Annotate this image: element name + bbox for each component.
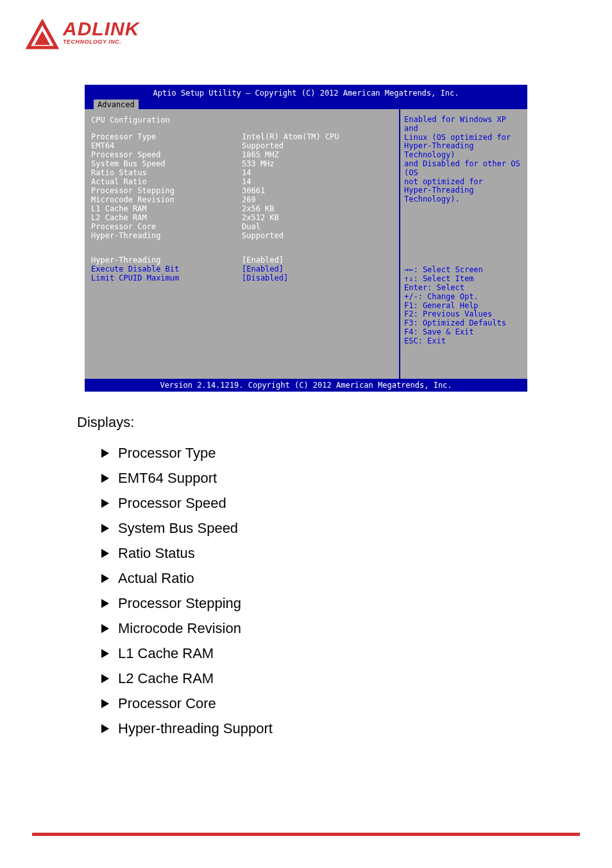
bios-help-line: not optimized for xyxy=(404,178,523,187)
list-item: L2 Cache RAM xyxy=(101,670,586,687)
bios-info-row: Actual Ratio14 xyxy=(91,177,394,186)
bios-info-row: Processor CoreDual xyxy=(91,222,394,231)
triangle-bullet-icon xyxy=(101,524,109,533)
list-item: L1 Cache RAM xyxy=(101,645,586,662)
bios-footer: Version 2.14.1219. Copyright (C) 2012 Am… xyxy=(85,379,527,392)
bios-hint-line: ↑↓: Select Item xyxy=(404,275,523,284)
bios-info-row: Processor Stepping30661 xyxy=(91,186,394,195)
list-item-text: Processor Speed xyxy=(118,495,226,512)
triangle-bullet-icon xyxy=(101,599,109,608)
bios-info-row: Microcode Revision269 xyxy=(91,195,394,204)
triangle-bullet-icon xyxy=(101,674,109,683)
triangle-bullet-icon xyxy=(101,724,109,733)
bios-info-row: System Bus Speed533 MHz xyxy=(91,159,394,168)
list-item: Processor Stepping xyxy=(101,595,586,612)
triangle-bullet-icon xyxy=(101,449,109,458)
bios-info-value: 1865 MHZ xyxy=(242,150,279,159)
triangle-bullet-icon xyxy=(101,574,109,583)
bios-help-line: Hyper-Threading Technology). xyxy=(404,186,523,204)
displays-list: Processor TypeEMT64 SupportProcessor Spe… xyxy=(101,445,586,737)
bios-hint-line: F2: Previous Values xyxy=(404,310,523,319)
bios-left-pane: CPU Configuration Processor TypeIntel(R)… xyxy=(85,109,399,379)
bios-info-row: Processor Speed1865 MHZ xyxy=(91,150,394,159)
bios-info-value: 14 xyxy=(242,177,251,186)
bios-info-value: 30661 xyxy=(242,186,265,195)
list-item-text: L1 Cache RAM xyxy=(118,645,214,662)
bios-option-row: Hyper-Threading[Enabled] xyxy=(91,256,394,265)
logo-mark-icon xyxy=(26,19,59,53)
bios-info-value: Dual xyxy=(242,222,260,231)
bios-info-label: L1 Cache RAM xyxy=(91,204,242,213)
logo-text-sub: TECHNOLOGY INC. xyxy=(63,39,139,45)
bios-help-line: Hyper-Threading Technology) xyxy=(404,142,523,160)
list-item-text: Processor Type xyxy=(118,445,216,462)
logo-text-main: ADLINK xyxy=(63,19,139,39)
bios-key-hints: →←: Select Screen↑↓: Select ItemEnter: S… xyxy=(404,266,523,372)
bios-info-label: Microcode Revision xyxy=(91,195,242,204)
list-item: Hyper-threading Support xyxy=(101,720,586,737)
bios-option-label: Execute Disable Bit xyxy=(91,265,242,273)
list-item: Actual Ratio xyxy=(101,570,586,587)
bios-info-value: 2x56 KB xyxy=(242,204,275,213)
bios-hint-line: F4: Save & Exit xyxy=(404,328,523,337)
bios-screenshot: Aptio Setup Utility – Copyright (C) 2012… xyxy=(85,85,527,392)
footer-divider xyxy=(32,833,580,836)
list-item-text: Hyper-threading Support xyxy=(118,720,273,737)
bios-info-row: L1 Cache RAM2x56 KB xyxy=(91,204,394,213)
bios-info-label: System Bus Speed xyxy=(91,159,242,168)
bios-info-value: 2x512 KB xyxy=(242,213,279,222)
bios-info-value: 269 xyxy=(242,195,256,204)
list-item-text: L2 Cache RAM xyxy=(118,670,214,687)
bios-option-value: [Disabled] xyxy=(242,273,288,282)
bios-hint-line: F3: Optimized Defaults xyxy=(404,319,523,328)
bios-hint-line: +/-: Change Opt. xyxy=(404,293,523,302)
list-item-text: Ratio Status xyxy=(118,545,195,562)
bios-info-label: Actual Ratio xyxy=(91,177,242,186)
bios-info-label: Ratio Status xyxy=(91,168,242,177)
list-item-text: Actual Ratio xyxy=(118,570,194,587)
bios-right-pane: Enabled for Windows XP andLinux (OS opti… xyxy=(399,109,527,379)
bios-info-label: Processor Type xyxy=(91,132,242,141)
bios-hint-line: F1: General Help xyxy=(404,302,523,311)
bios-option-value: [Enabled] xyxy=(242,265,284,273)
bios-info-value: 14 xyxy=(242,168,251,177)
bios-info-value: Intel(R) Atom(TM) CPU xyxy=(242,132,339,141)
bios-info-row: Processor TypeIntel(R) Atom(TM) CPU xyxy=(91,132,394,141)
list-item-text: System Bus Speed xyxy=(118,520,238,537)
bios-info-value: 533 MHz xyxy=(242,159,275,168)
list-item-text: EMT64 Support xyxy=(118,470,217,487)
list-item-text: Microcode Revision xyxy=(118,620,241,637)
bios-tab-advanced: Advanced xyxy=(94,100,139,109)
bios-info-row: Ratio Status14 xyxy=(91,168,394,177)
triangle-bullet-icon xyxy=(101,624,109,633)
bios-info-label: Processor Stepping xyxy=(91,186,242,195)
bios-info-label: Processor Core xyxy=(91,222,242,231)
bios-help-line: Linux (OS optimized for xyxy=(404,134,523,143)
triangle-bullet-icon xyxy=(101,499,109,508)
bios-option-value: [Enabled] xyxy=(242,256,284,265)
displays-label: Displays: xyxy=(77,414,586,431)
bios-hint-line: ESC: Exit xyxy=(404,337,523,346)
list-item-text: Processor Stepping xyxy=(118,595,241,612)
bios-option-row: Limit CPUID Maximum[Disabled] xyxy=(91,273,394,282)
bios-hint-line: Enter: Select xyxy=(404,284,523,293)
bios-help-line: Enabled for Windows XP and xyxy=(404,116,523,134)
list-item: Microcode Revision xyxy=(101,620,586,637)
list-item: EMT64 Support xyxy=(101,470,586,487)
bios-info-row: Hyper-ThreadingSupported xyxy=(91,231,394,240)
list-item: System Bus Speed xyxy=(101,520,586,537)
bios-option-label: Limit CPUID Maximum xyxy=(91,273,242,282)
bios-info-row: EMT64Supported xyxy=(91,141,394,150)
bios-tab-row: Advanced xyxy=(85,98,527,109)
list-item: Processor Speed xyxy=(101,495,586,512)
bios-option-label: Hyper-Threading xyxy=(91,256,242,265)
bios-info-label: EMT64 xyxy=(91,141,242,150)
bios-info-row: L2 Cache RAM2x512 KB xyxy=(91,213,394,222)
triangle-bullet-icon xyxy=(101,549,109,558)
bios-info-label: Hyper-Threading xyxy=(91,231,242,240)
list-item: Processor Type xyxy=(101,445,586,462)
triangle-bullet-icon xyxy=(101,649,109,658)
bios-section-title: CPU Configuration xyxy=(91,116,394,125)
bios-info-value: Supported xyxy=(242,231,284,240)
bios-header: Aptio Setup Utility – Copyright (C) 2012… xyxy=(85,87,527,98)
